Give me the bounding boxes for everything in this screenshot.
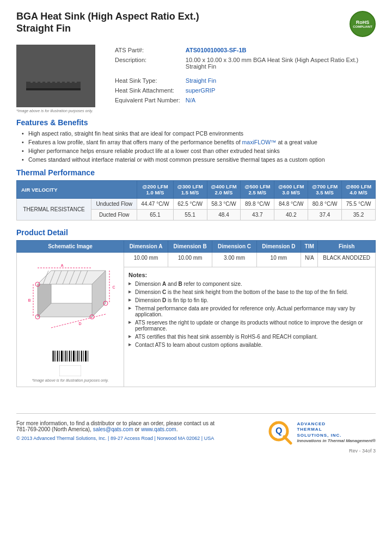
svg-rect-11: [26, 88, 81, 90]
spec-row-part: ATS Part#: ATS010010003-SF-1B: [113, 46, 375, 54]
svg-rect-46: [71, 351, 72, 362]
rohs-badge: RoHS COMPLIANT: [350, 11, 376, 37]
product-image-area: *Image above is for illustration purpose…: [16, 45, 101, 113]
svg-rect-38: [56, 351, 56, 362]
unducted-600: 84.8 °C/W: [274, 199, 308, 210]
unducted-200: 44.47 °C/W: [137, 199, 173, 210]
part-number: ATS010010003-SF-1B: [183, 46, 375, 54]
product-image-box: [16, 45, 95, 107]
page-header: BGA Heat Sink (High Aspect Ratio Ext.) S…: [16, 11, 376, 37]
note-5: ATS reserves the right to update or chan…: [128, 320, 371, 332]
svg-rect-50: [79, 351, 80, 362]
svg-rect-41: [61, 351, 63, 362]
detail-dims-row: A B C D: [17, 253, 376, 267]
maxiflow-link[interactable]: maxiFLOW™: [242, 139, 277, 145]
thermal-header-row: AIR VELOCITY @200 LFM1.0 M/S @300 LFM1.5…: [17, 181, 376, 199]
svg-text:B: B: [28, 298, 31, 302]
heat-sink-type-value[interactable]: Straight Fin: [186, 77, 216, 84]
unducted-500: 89.8 °C/W: [241, 199, 274, 210]
ats-text-area: ADVANCED THERMAL SOLUTIONS, INC. Innovat…: [297, 421, 376, 444]
svg-rect-53: [85, 351, 87, 362]
finish-header: Finish: [318, 241, 376, 253]
col-800lfm: @800 LFM4.0 M/S: [342, 181, 376, 199]
image-caption: *Image above is for illustration purpose…: [16, 109, 101, 113]
ats-q-logo: Q: [268, 420, 292, 445]
col-300lfm: @300 LFM1.5 M/S: [173, 181, 207, 199]
svg-rect-1: [30, 60, 33, 83]
part-label: ATS Part#:: [113, 46, 182, 54]
footer-website-link[interactable]: www.qats.com: [141, 426, 176, 432]
product-info-section: *Image above is for illustration purpose…: [16, 45, 376, 113]
svg-rect-36: [52, 351, 53, 362]
footer-email-link[interactable]: sales@qats.com: [93, 426, 133, 432]
ducted-300: 55.1: [173, 210, 207, 221]
svg-rect-39: [57, 351, 58, 362]
dim-b-value: 10.00 mm: [168, 253, 212, 267]
product-specs: ATS Part#: ATS010010003-SF-1B Descriptio…: [112, 45, 376, 113]
svg-text:C: C: [112, 285, 115, 289]
svg-rect-5: [50, 57, 52, 83]
svg-rect-42: [64, 351, 64, 362]
svg-rect-49: [77, 351, 78, 362]
unducted-label: Unducted Flow: [91, 199, 137, 210]
svg-rect-37: [53, 351, 54, 362]
ducted-label: Ducted Flow: [91, 210, 137, 221]
col-200lfm: @200 LFM1.0 M/S: [137, 181, 173, 199]
note-1: Dimension A and B refer to component siz…: [128, 281, 371, 287]
air-velocity-header: AIR VELOCITY: [17, 181, 137, 199]
product-detail-heading: Product Detail: [16, 228, 376, 237]
barcode-svg: [51, 350, 89, 363]
note-6: ATS certifies that this heat sink assemb…: [128, 334, 371, 340]
unducted-300: 62.5 °C/W: [173, 199, 207, 210]
ducted-400: 48.4: [207, 210, 241, 221]
svg-text:A: A: [61, 264, 64, 267]
notes-list: Dimension A and B refer to component siz…: [128, 281, 371, 348]
ducted-500: 43.7: [241, 210, 274, 221]
description-label: Description:: [113, 56, 182, 71]
dim-c-value: 3.00 mm: [212, 253, 256, 267]
svg-rect-3: [40, 58, 42, 83]
ducted-600: 40.2: [274, 210, 308, 221]
svg-rect-48: [76, 351, 76, 362]
svg-rect-47: [73, 351, 75, 362]
unducted-700: 80.8 °C/W: [308, 199, 342, 210]
svg-rect-52: [83, 351, 84, 362]
heat-sink-type-label: Heat Sink Type:: [113, 76, 182, 85]
svg-rect-7: [60, 59, 62, 83]
svg-rect-2: [35, 59, 38, 83]
footer-section: For more information, to find a distribu…: [16, 413, 376, 445]
svg-text:D: D: [78, 322, 81, 326]
ducted-700: 37.4: [308, 210, 342, 221]
schematic-svg: A B C D: [21, 257, 119, 344]
dim-a-value: 10.00 mm: [124, 253, 168, 267]
heat-sink-attachment-label: Heat Sink Attachment:: [113, 86, 182, 95]
svg-line-57: [284, 437, 291, 443]
feature-item-3: Higher performance helps ensure reliable…: [22, 148, 376, 154]
schematic-caption: *Image above is for illustration purpose…: [21, 378, 119, 382]
ducted-200: 65.1: [137, 210, 173, 221]
feature-item-1: High aspect ratio, straight fin heat sin…: [22, 130, 376, 137]
barcode-area: [21, 350, 119, 376]
svg-rect-43: [65, 351, 66, 362]
schematic-cell: A B C D: [17, 253, 124, 387]
svg-rect-9: [70, 61, 72, 83]
svg-rect-51: [81, 351, 82, 362]
thermal-unducted-row: THERMAL RESISTANCE Unducted Flow 44.47 °…: [17, 199, 376, 210]
unducted-400: 58.3 °C/W: [207, 199, 241, 210]
svg-rect-4: [45, 57, 47, 83]
equiv-part-value[interactable]: N/A: [186, 97, 195, 103]
dim-c-header: Dimension C: [212, 241, 256, 253]
feature-item-4: Comes standard without interface materia…: [22, 156, 376, 163]
svg-text:Q: Q: [275, 426, 282, 436]
dim-d-header: Dimension D: [256, 241, 301, 253]
spec-row-attachment: Heat Sink Attachment: superGRIP: [113, 86, 375, 95]
notes-cell: Notes: Dimension A and B refer to compon…: [124, 267, 376, 387]
tim-value: N/A: [301, 253, 318, 267]
ducted-800: 35.2: [342, 210, 376, 221]
svg-rect-55: [59, 365, 81, 376]
product-title: BGA Heat Sink (High Aspect Ratio Ext.) S…: [16, 11, 199, 34]
revision-text: Rev - 34of 3: [16, 448, 376, 454]
heat-sink-attachment-value[interactable]: superGRIP: [186, 87, 215, 94]
features-heading: Features & Benefits: [16, 118, 376, 127]
svg-rect-10: [75, 63, 77, 83]
